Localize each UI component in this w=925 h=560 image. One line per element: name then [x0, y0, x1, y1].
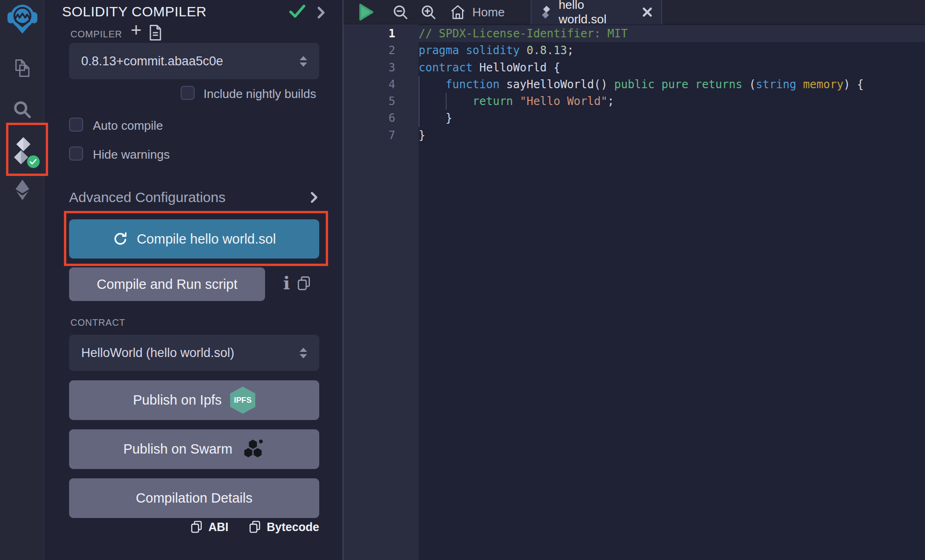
compilation-details-button[interactable]: Compilation Details [69, 478, 319, 518]
chevron-right-icon [309, 191, 319, 204]
panel-chevron-right-icon[interactable] [315, 6, 327, 21]
abi-label: ABI [208, 520, 228, 534]
indent-guide [419, 93, 420, 110]
publish-swarm-label: Publish on Swarm [123, 441, 232, 457]
auto-compile-label[interactable]: Auto compile [93, 119, 163, 133]
line-number: 1 [343, 25, 419, 42]
copy-icon[interactable] [297, 275, 311, 293]
select-arrows-icon [300, 348, 307, 358]
home-icon [450, 4, 466, 20]
panel-title: SOLIDITY COMPILER [62, 4, 207, 20]
include-nightly-label[interactable]: Include nightly builds [203, 87, 316, 101]
indent-guide [446, 93, 447, 110]
code-line[interactable]: 5 return "Hello World"; [343, 93, 925, 110]
zoom-out-button[interactable] [392, 0, 409, 24]
sidebar-item-search[interactable] [0, 99, 44, 120]
line-number: 4 [343, 76, 419, 93]
copy-icon [249, 520, 261, 534]
remix-logo-icon [7, 3, 38, 35]
line-number: 3 [343, 59, 419, 76]
sidebar-item-deploy-run[interactable] [0, 179, 44, 201]
compiler-version-value: 0.8.13+commit.abaa5c0e [81, 54, 300, 69]
code-lines[interactable]: 1// SPDX-License-Identifier: MIT2pragma … [343, 25, 925, 144]
bytecode-label: Bytecode [266, 520, 319, 534]
auto-compile-checkbox[interactable] [69, 118, 83, 132]
search-icon [12, 99, 33, 120]
copy-abi-button[interactable]: ABI [190, 520, 228, 534]
close-tab-button[interactable] [642, 7, 653, 18]
compiler-section-label: COMPILER [70, 29, 122, 40]
indent-guide [419, 110, 420, 126]
contract-select-value: HelloWorld (hello world.sol) [81, 346, 300, 360]
line-number: 7 [343, 127, 419, 144]
code-line[interactable]: 1// SPDX-License-Identifier: MIT [343, 25, 925, 42]
zoom-in-icon [420, 4, 437, 21]
code-line[interactable]: 6 } [343, 110, 925, 126]
swarm-icon [241, 439, 265, 460]
remix-ide: SOLIDITY COMPILER COMPILER + 0.8.13+comm… [0, 0, 925, 560]
compilation-details-label: Compilation Details [136, 490, 252, 506]
code-line[interactable]: 4 function sayHelloWorld() public pure r… [343, 76, 925, 93]
solidity-compiler-panel: SOLIDITY COMPILER COMPILER + 0.8.13+comm… [45, 0, 343, 560]
hide-warnings-label[interactable]: Hide warnings [93, 147, 170, 162]
remix-logo[interactable] [0, 3, 44, 35]
zoom-out-icon [392, 4, 409, 21]
editor-tab-bar: Home hello world.sol [343, 0, 925, 24]
solidity-file-icon [540, 5, 552, 19]
line-number: 2 [343, 42, 419, 59]
code-line[interactable]: 3contract HelloWorld { [343, 59, 925, 76]
add-custom-compiler-icon[interactable]: + [131, 21, 141, 39]
ethereum-deploy-icon [12, 179, 33, 201]
zoom-in-button[interactable] [420, 0, 437, 24]
code-line[interactable]: 2pragma solidity 0.8.13; [343, 42, 925, 59]
select-arrows-icon [300, 56, 307, 67]
annotation-box-compile-button [64, 211, 328, 266]
run-script-button[interactable] [357, 0, 375, 24]
publish-ipfs-label: Publish on Ipfs [133, 392, 222, 408]
advanced-configurations-toggle[interactable]: Advanced Configurations [69, 189, 319, 205]
copy-icon [190, 520, 203, 534]
file-explorer-icon [12, 58, 33, 78]
contract-section-label: CONTRACT [70, 317, 126, 328]
file-tab-label: hello world.sol [559, 0, 635, 27]
publish-ipfs-button[interactable]: Publish on Ipfs IPFS [69, 380, 319, 420]
info-icon[interactable]: i [277, 273, 296, 294]
indent-guide [419, 76, 420, 93]
close-icon [642, 7, 653, 18]
compile-and-run-label: Compile and Run script [97, 277, 237, 292]
publish-swarm-button[interactable]: Publish on Swarm [69, 429, 319, 469]
sidebar-item-file-explorer[interactable] [0, 58, 44, 78]
annotation-box-compiler-icon [6, 123, 48, 176]
copy-artifacts-row: ABI Bytecode [69, 520, 319, 534]
line-number: 5 [343, 93, 419, 110]
tab-hello-world-sol[interactable]: hello world.sol [531, 0, 662, 24]
copy-bytecode-button[interactable]: Bytecode [249, 520, 319, 534]
advanced-configurations-label: Advanced Configurations [69, 189, 309, 205]
compiler-doc-icon[interactable] [148, 24, 162, 43]
activity-bar [0, 0, 44, 560]
code-line[interactable]: 7} [343, 127, 925, 144]
editor-area: Home hello world.sol 1// SPDX-License-Id… [343, 0, 925, 560]
home-tab-label: Home [472, 5, 505, 20]
compilation-status-check-icon [288, 4, 306, 21]
compiler-version-select[interactable]: 0.8.13+commit.abaa5c0e [69, 43, 319, 79]
include-nightly-checkbox[interactable] [181, 86, 195, 100]
hide-warnings-checkbox[interactable] [69, 147, 83, 161]
line-number: 6 [343, 110, 419, 126]
play-icon [357, 2, 375, 22]
tab-home[interactable]: Home [450, 0, 505, 24]
contract-select[interactable]: HelloWorld (hello world.sol) [69, 335, 319, 371]
ipfs-icon: IPFS [230, 387, 255, 414]
compile-and-run-button[interactable]: Compile and Run script [69, 267, 265, 301]
